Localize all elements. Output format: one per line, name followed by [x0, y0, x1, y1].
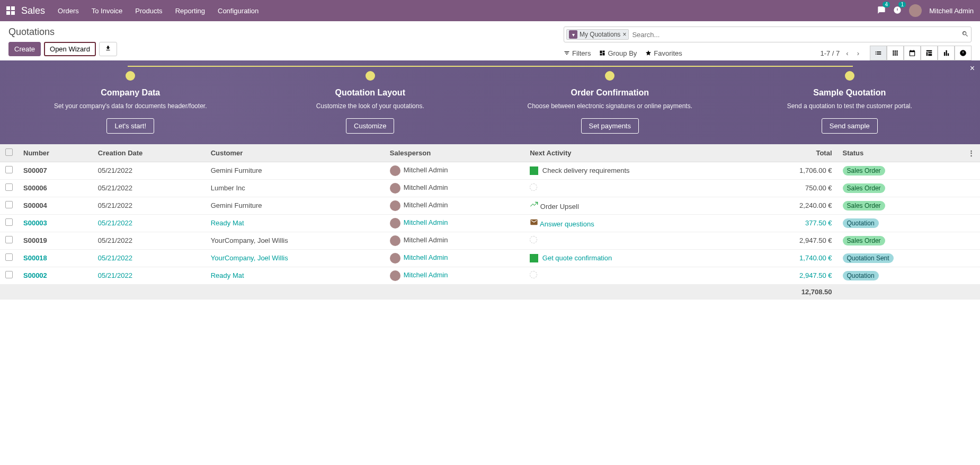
avatar — [390, 218, 400, 229]
step-button[interactable]: Send sample — [822, 118, 878, 134]
step-button[interactable]: Set payments — [581, 118, 639, 134]
search-input[interactable] — [629, 31, 961, 39]
cell-activity: Order Upsell — [524, 197, 749, 214]
create-button[interactable]: Create — [8, 42, 41, 56]
nav-item-configuration[interactable]: Configuration — [218, 7, 259, 15]
table-row[interactable]: S00019 05/21/2022 YourCompany, Joel Will… — [0, 232, 980, 249]
cell-number: S00004 — [18, 197, 93, 214]
nav-item-reporting[interactable]: Reporting — [175, 7, 205, 15]
cell-date: 05/21/2022 — [93, 214, 206, 232]
cell-number: S00018 — [18, 249, 93, 267]
cell-salesperson: Mitchell Admin — [385, 214, 524, 232]
search-box[interactable]: ▾ My Quotations × — [564, 27, 972, 42]
cell-status: Quotation Sent — [838, 249, 963, 267]
col-customer[interactable]: Customer — [206, 144, 385, 162]
col-number[interactable]: Number — [18, 144, 93, 162]
messages-icon[interactable]: 4 — [877, 6, 886, 16]
col-activity[interactable]: Next Activity — [524, 144, 749, 162]
status-badge: Sales Order — [843, 201, 885, 210]
table-row[interactable]: S00004 05/21/2022 Gemini Furniture Mitch… — [0, 197, 980, 214]
footer-total: 12,708.50 — [750, 284, 838, 299]
cell-status: Quotation — [838, 214, 963, 232]
row-checkbox[interactable] — [5, 218, 13, 226]
favorites-button[interactable]: Favorites — [645, 49, 682, 57]
view-pivot[interactable] — [921, 46, 938, 60]
view-kanban[interactable] — [887, 46, 904, 60]
step-button[interactable]: Customize — [346, 118, 394, 134]
nav-item-orders[interactable]: Orders — [58, 7, 79, 15]
table-row[interactable]: S00006 05/21/2022 Lumber Inc Mitchell Ad… — [0, 179, 980, 197]
table-row[interactable]: S00018 05/21/2022 YourCompany, Joel Will… — [0, 249, 980, 267]
table-row[interactable]: S00003 05/21/2022 Ready Mat Mitchell Adm… — [0, 214, 980, 232]
onboarding-banner: × Company Data Set your company's data f… — [0, 60, 980, 144]
nav-menu: OrdersTo InvoiceProductsReportingConfigu… — [58, 7, 877, 15]
cell-customer: YourCompany, Joel Willis — [206, 232, 385, 249]
view-calendar[interactable] — [904, 46, 921, 60]
col-status[interactable]: Status — [838, 144, 963, 162]
row-checkbox[interactable] — [5, 253, 13, 261]
quotations-table: Number Creation Date Customer Salesperso… — [0, 144, 980, 300]
activities-badge: 1 — [898, 2, 906, 7]
avatar — [390, 270, 400, 281]
cell-date: 05/21/2022 — [93, 232, 206, 249]
step-title: Sample Quotation — [730, 88, 970, 98]
user-name[interactable]: Mitchell Admin — [929, 7, 974, 15]
step-title: Quotation Layout — [251, 88, 491, 98]
row-checkbox[interactable] — [5, 166, 13, 173]
no-activity-icon — [530, 183, 537, 191]
download-button[interactable] — [99, 42, 117, 56]
row-checkbox[interactable] — [5, 201, 13, 208]
nav-item-to-invoice[interactable]: To Invoice — [92, 7, 123, 15]
row-checkbox[interactable] — [5, 271, 13, 278]
app-title[interactable]: Sales — [21, 5, 45, 16]
upsell-icon — [530, 200, 538, 209]
search-icon[interactable] — [961, 30, 969, 39]
pager-prev[interactable]: ‹ — [844, 47, 850, 59]
pager-next[interactable]: › — [855, 47, 861, 59]
row-checkbox[interactable] — [5, 236, 13, 243]
open-wizard-button[interactable]: Open Wizard — [44, 42, 96, 56]
step-dot-icon — [126, 71, 135, 81]
step-desc: Choose between electronic signatures or … — [490, 102, 730, 111]
close-icon[interactable]: × — [970, 64, 975, 73]
breadcrumb: Quotations — [8, 27, 117, 38]
row-checkbox[interactable] — [5, 183, 13, 191]
cell-date: 05/21/2022 — [93, 197, 206, 214]
cell-number: S00006 — [18, 179, 93, 197]
cell-salesperson: Mitchell Admin — [385, 249, 524, 267]
onboard-step: Sample Quotation Send a quotation to tes… — [730, 71, 970, 134]
avatar — [390, 253, 400, 264]
view-list[interactable] — [870, 46, 887, 60]
cell-total: 1,706.00 € — [750, 162, 838, 179]
step-dot-icon — [845, 71, 854, 81]
view-activity[interactable] — [955, 46, 972, 60]
col-date[interactable]: Creation Date — [93, 144, 206, 162]
apps-icon[interactable] — [6, 6, 15, 15]
onboard-step: Quotation Layout Customize the look of y… — [251, 71, 491, 134]
user-avatar[interactable] — [909, 4, 922, 17]
task-icon — [530, 254, 538, 262]
table-row[interactable]: S00002 05/21/2022 Ready Mat Mitchell Adm… — [0, 267, 980, 284]
col-total[interactable]: Total — [750, 144, 838, 162]
groupby-button[interactable]: Group By — [599, 49, 637, 57]
cell-status: Sales Order — [838, 162, 963, 179]
cell-number: S00007 — [18, 162, 93, 179]
column-options-icon[interactable]: ⋮ — [968, 149, 975, 157]
col-salesperson[interactable]: Salesperson — [385, 144, 524, 162]
cell-total: 1,740.00 € — [750, 249, 838, 267]
filters-button[interactable]: Filters — [564, 49, 591, 57]
nav-item-products[interactable]: Products — [135, 7, 162, 15]
step-button[interactable]: Let's start! — [106, 118, 154, 134]
cell-customer: Gemini Furniture — [206, 197, 385, 214]
search-filter-tag[interactable]: ▾ My Quotations × — [566, 29, 629, 40]
no-activity-icon — [530, 271, 537, 278]
table-row[interactable]: S00007 05/21/2022 Gemini Furniture Mitch… — [0, 162, 980, 179]
cell-salesperson: Mitchell Admin — [385, 179, 524, 197]
status-badge: Sales Order — [843, 166, 885, 176]
view-graph[interactable] — [938, 46, 955, 60]
cell-activity — [524, 179, 749, 197]
activities-icon[interactable]: 1 — [893, 6, 902, 16]
select-all-checkbox[interactable] — [5, 148, 13, 156]
remove-tag-icon[interactable]: × — [622, 31, 626, 38]
cell-total: 2,947.50 € — [750, 267, 838, 284]
